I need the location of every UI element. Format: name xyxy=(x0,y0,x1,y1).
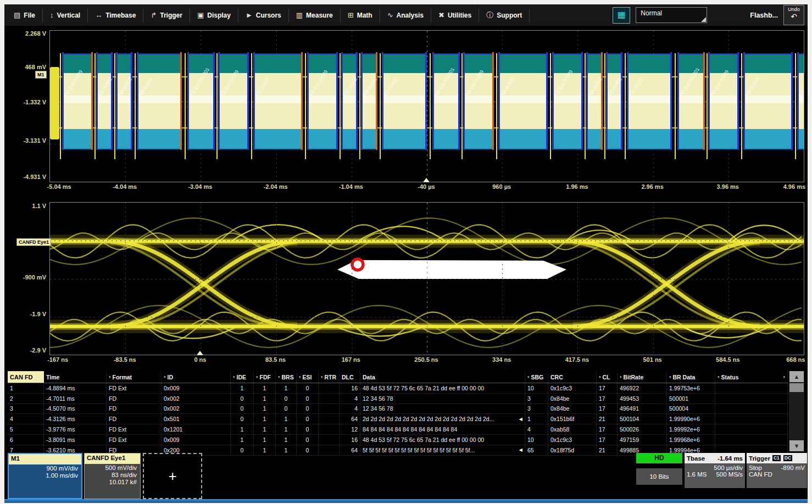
column-header-time[interactable]: Time xyxy=(44,371,107,383)
top-waveform-plot[interactable]: FD Ext 0x009FD 0x002FD 0x002FD 0x501FD E… xyxy=(49,30,804,182)
frame-gap-spike xyxy=(185,53,186,159)
descriptor-m1[interactable]: M1900 mV/div1.00 ms/div xyxy=(8,453,82,499)
column-filter-icon[interactable]: ▾ xyxy=(599,375,601,379)
column-header-cl[interactable]: ▾CL xyxy=(597,371,618,383)
column-filter-icon[interactable]: ▾ xyxy=(669,375,671,379)
column-filter-icon[interactable]: ▾ xyxy=(321,375,323,379)
column-filter-icon[interactable]: ▾ xyxy=(299,375,301,379)
descriptor-canfd-eye1[interactable]: CANFD Eye1500 mV/div83 ns/div10.017 k# xyxy=(84,453,141,499)
cell-esi: 0 xyxy=(297,424,319,434)
flashback-menu[interactable]: Flashb... xyxy=(750,12,778,19)
cell-rtr xyxy=(319,424,340,434)
table-row[interactable]: 5-3.9776 msFD Ext0x120111101284 84 84 84… xyxy=(8,424,788,435)
grid-display-button[interactable]: ▦ xyxy=(613,7,630,24)
table-row[interactable]: 1-4.8894 msFD Ext0x00911101648 4d 53 5f … xyxy=(8,383,788,394)
menu-analysis[interactable]: ∿Analysis xyxy=(380,8,431,23)
menu-cursors[interactable]: ►Cursors xyxy=(238,8,289,23)
menu-vertical[interactable]: ↕Vertical xyxy=(43,8,88,23)
frame-band-cyan xyxy=(708,129,739,150)
canfd-eye1-badge[interactable]: CANFD Eye1 xyxy=(16,238,51,246)
column-filter-icon[interactable]: ▾ xyxy=(233,375,235,379)
cell-value: 5f 5f 5f 5f 5f 5f 5f 5f 5f 5f 5f 5f 5f 5… xyxy=(363,447,475,453)
column-header-id[interactable]: ▾ID xyxy=(162,371,231,383)
gridline xyxy=(50,240,804,241)
column-label: ID xyxy=(168,374,174,380)
cell-id: 0x002 xyxy=(162,394,231,404)
frame-gap-spike xyxy=(94,53,96,159)
cell-value: 0x501 xyxy=(164,416,180,422)
column-header-esi[interactable]: ▾ESI xyxy=(297,371,319,383)
display-icon: ▣ xyxy=(197,11,204,19)
top-plot-x-axis: -5.04 ms-4.04 ms-3.04 ms-2.04 ms-1.04 ms… xyxy=(49,181,803,194)
table-scrollbar[interactable]: ▲ ▼ xyxy=(789,371,804,451)
table-row[interactable]: 2-4.7011 msFD0x0020100412 34 56 7830x84b… xyxy=(8,394,788,404)
column-header-brdata[interactable]: ▾BR Data xyxy=(667,371,715,383)
scroll-up-button[interactable]: ▲ xyxy=(789,371,804,382)
menu-file-label: File xyxy=(24,12,35,19)
top-y-label: -1.332 V xyxy=(4,99,46,105)
undo-button[interactable]: Undo ↶ xyxy=(783,5,804,25)
menu-measure[interactable]: ▥Measure xyxy=(289,8,341,23)
decode-title-cell[interactable]: CAN FD xyxy=(8,371,44,383)
column-filter-icon[interactable]: ▾ xyxy=(256,375,258,379)
frame-gap-spike xyxy=(496,53,497,159)
table-row[interactable]: 4-4.3126 msFD0x5010110642d 2d 2d 2d 2d 2… xyxy=(8,414,788,424)
frame-edge-stripe xyxy=(356,52,358,150)
column-filter-icon[interactable]: ▾ xyxy=(527,375,530,379)
column-header-dlc[interactable]: DLC xyxy=(340,371,360,383)
menu-math-label: Math xyxy=(357,12,372,19)
frame-band-cyan xyxy=(307,129,338,150)
column-filter-icon[interactable]: ▾ xyxy=(109,375,111,379)
menu-trigger[interactable]: ↱Trigger xyxy=(143,8,190,23)
cell-status xyxy=(715,383,788,393)
column-header-brs[interactable]: ▾BRS xyxy=(276,371,297,383)
menu-math[interactable]: ⊞Math xyxy=(341,8,380,23)
menu-file[interactable]: ▤File xyxy=(7,8,43,23)
m1-channel-badge[interactable]: M1 xyxy=(35,71,47,79)
scroll-down-button[interactable]: ▼ xyxy=(789,440,804,451)
undo-icon: ↶ xyxy=(784,13,804,20)
column-header-status[interactable]: ▾Status▾ xyxy=(715,371,788,383)
cell-time: -3.9776 ms xyxy=(44,424,107,434)
frame-band-cyan xyxy=(627,129,672,150)
acquisition-tile[interactable]: HD 10 Bits xyxy=(636,453,682,485)
column-filter-icon[interactable]: ▾ xyxy=(718,375,720,379)
top-x-label: 4.96 ms xyxy=(783,183,805,190)
scroll-thumb[interactable] xyxy=(789,383,804,392)
frame-band-mid xyxy=(187,96,215,103)
menu-timebase[interactable]: ↔Timebase xyxy=(88,8,143,23)
column-header-fdf[interactable]: ▾FDF xyxy=(254,371,276,383)
menu-support[interactable]: ⓘSupport xyxy=(479,8,530,23)
timebase-tile[interactable]: Tbase -1.64 ms 500 µs/div 1.6 MS500 MS/s xyxy=(685,453,745,488)
column-filter-icon[interactable]: ▾ xyxy=(783,375,785,379)
top-x-label: -1.04 ms xyxy=(339,183,363,190)
trigger-coupling-badge: DC xyxy=(783,455,793,462)
menu-utilities[interactable]: ✖Utilities xyxy=(431,8,479,23)
display-mode-select[interactable]: Normal xyxy=(636,7,707,23)
cell-value: FD xyxy=(109,395,116,402)
column-filter-icon[interactable]: ▾ xyxy=(620,375,622,379)
cell-value: 500026 xyxy=(620,426,639,433)
column-filter-icon[interactable]: ▾ xyxy=(278,375,280,379)
column-header-sbg[interactable]: ▾SBG xyxy=(525,371,548,383)
table-row[interactable]: 6-3.8091 msFD Ext0x00911101648 4d 53 5f … xyxy=(8,435,788,445)
trigger-tile[interactable]: Trigger C1 DC Stop-890 mV CAN FD xyxy=(747,453,807,488)
column-filter-icon[interactable]: ▾ xyxy=(164,375,166,379)
top-x-label: -2.04 ms xyxy=(264,183,288,190)
eye-diagram-plot[interactable] xyxy=(49,202,804,355)
cell-sbg: 4 xyxy=(525,424,548,434)
column-header-format[interactable]: ▾Format xyxy=(107,371,162,383)
frame-edge-stripe xyxy=(797,52,799,150)
cell-value: 0x1c9c3 xyxy=(550,385,572,391)
menu-display[interactable]: ▣Display xyxy=(190,8,238,23)
column-header-crc[interactable]: CRC xyxy=(548,371,597,383)
column-header-ide[interactable]: ▾IDE xyxy=(231,371,254,383)
eye-x-label: 584.5 ns xyxy=(716,356,739,363)
column-header-rtr[interactable]: ▾RTR xyxy=(319,371,340,383)
cell-ide: 0 xyxy=(231,394,254,404)
column-header-data[interactable]: Data xyxy=(360,371,525,383)
add-trace-button[interactable]: + xyxy=(143,453,202,499)
cell-value: 64 xyxy=(351,416,358,422)
table-row[interactable]: 3-4.5070 msFD0x0020100412 34 56 7830x84b… xyxy=(8,404,788,415)
column-header-bitrate[interactable]: ▾BitRate xyxy=(618,371,667,383)
